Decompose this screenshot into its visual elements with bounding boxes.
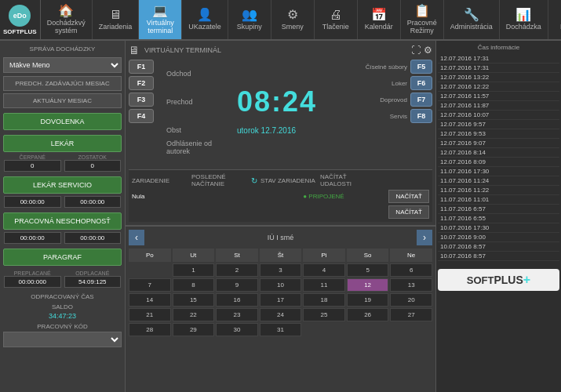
nav-icon-virtualny: 💻 bbox=[152, 4, 168, 18]
list-item[interactable]: 12.07.2016 9:07 bbox=[438, 139, 559, 148]
vt-settings-icon[interactable]: ⚙ bbox=[424, 45, 432, 56]
nav-item-tlacenie[interactable]: 🖨Tlačenie bbox=[315, 0, 358, 39]
list-item[interactable]: 12.07.2016 13:22 bbox=[438, 73, 559, 82]
name-select[interactable]: Mäkve Meno bbox=[3, 57, 122, 73]
list-item[interactable]: 10.07.2016 9:00 bbox=[438, 233, 559, 242]
lekar-btn[interactable]: LEKÁR bbox=[3, 135, 122, 152]
nav-item-prava[interactable]: 🔑Práva bbox=[548, 0, 561, 39]
nav-item-lskazatele[interactable]: 👤UKazatele bbox=[182, 0, 228, 39]
nav-item-kalendar[interactable]: 📅Kalendár bbox=[358, 0, 401, 39]
nav-item-dochadzkovy[interactable]: 🏠Dochádzkvýsystém bbox=[41, 0, 93, 39]
calendar-day-cell[interactable]: 11 bbox=[303, 278, 345, 292]
f6-key[interactable]: F6 bbox=[410, 76, 432, 90]
list-item[interactable]: 11.07.2016 11:22 bbox=[438, 186, 559, 195]
calendar-day-cell[interactable]: 10 bbox=[260, 278, 302, 292]
pracovna-neschopnost-btn[interactable]: PRACOVNÁ NESCHOPNOSŤ bbox=[3, 212, 122, 230]
top-navigation: eDo SOFTPLUS 🏠Dochádzkvýsystém🖥Zariadeni… bbox=[0, 0, 561, 41]
pracovny-kod-select[interactable] bbox=[3, 332, 122, 347]
calendar-day-cell[interactable]: 17 bbox=[260, 293, 302, 307]
calendar-day-cell bbox=[129, 263, 171, 277]
nav-item-pracovne[interactable]: 📋PracovnéRežimy bbox=[401, 0, 444, 39]
list-item[interactable]: 10.07.2016 8:57 bbox=[438, 252, 559, 261]
calendar-day-cell[interactable]: 7 bbox=[129, 278, 171, 292]
calendar-day-cell[interactable]: 30 bbox=[216, 323, 258, 336]
calendar-day-cell[interactable]: 2 bbox=[216, 263, 258, 277]
calendar-day-cell[interactable]: 9 bbox=[216, 278, 258, 292]
paragraf-btn[interactable]: PARAGRAF bbox=[3, 249, 122, 266]
calendar-day-cell[interactable]: 5 bbox=[347, 263, 389, 277]
saldo-label: SALDO bbox=[3, 303, 122, 310]
nacitat-btn[interactable]: NAČÍTAŤ bbox=[388, 190, 429, 203]
list-item[interactable]: 12.07.2016 17:31 bbox=[438, 64, 559, 73]
vt-expand-icon[interactable]: ⛶ bbox=[411, 45, 421, 56]
current-month-btn[interactable]: AKTUÁLNY MESIAC bbox=[3, 93, 122, 108]
list-item[interactable]: 12.07.2016 10:07 bbox=[438, 111, 559, 120]
calendar-day-cell[interactable]: 14 bbox=[129, 293, 171, 307]
list-item[interactable]: 12.07.2016 11:87 bbox=[438, 101, 559, 111]
loker-label: Loker bbox=[360, 80, 407, 87]
f3-key[interactable]: F3 bbox=[129, 93, 154, 107]
nav-item-zariadenia[interactable]: 🖥Zariadenia bbox=[93, 0, 140, 39]
list-item[interactable]: 11.07.2016 6:57 bbox=[438, 205, 559, 214]
f1-key[interactable]: F1 bbox=[129, 60, 154, 74]
calendar-day-cell bbox=[303, 323, 345, 336]
list-item[interactable]: 12.07.2016 9:57 bbox=[438, 120, 559, 129]
nav-item-smeny[interactable]: ⚙Smeny bbox=[271, 0, 315, 39]
nacitat-btn-2[interactable]: NAČÍTAŤ bbox=[388, 205, 429, 219]
calendar-day-cell[interactable]: 4 bbox=[303, 263, 345, 277]
list-item[interactable]: 12.07.2016 8:14 bbox=[438, 148, 559, 158]
list-item[interactable]: 11.07.2016 17:30 bbox=[438, 167, 559, 176]
list-item[interactable]: 10.07.2016 17:30 bbox=[438, 223, 559, 233]
refresh-icon[interactable]: ↻ bbox=[251, 176, 256, 185]
calendar-day-cell[interactable]: 23 bbox=[216, 308, 258, 321]
calendar-day-cell[interactable]: 18 bbox=[303, 293, 345, 307]
list-item[interactable]: 12.07.2016 17:31 bbox=[438, 54, 559, 64]
calendar-prev-btn[interactable]: ‹ bbox=[129, 230, 144, 245]
calendar-day-cell[interactable]: 24 bbox=[260, 308, 302, 321]
left-panel-title: SPRÁVA DOCHÁDZKY bbox=[3, 44, 122, 54]
calendar-day-cell[interactable]: 8 bbox=[173, 278, 215, 292]
list-item[interactable]: 12.07.2016 11:57 bbox=[438, 92, 559, 101]
calendar-next-btn[interactable]: › bbox=[417, 230, 432, 245]
cpravane-val-1: 0 bbox=[4, 160, 61, 172]
nav-item-administracia[interactable]: 🔧Administrácia bbox=[444, 0, 500, 39]
calendar-day-cell[interactable]: 27 bbox=[390, 308, 432, 321]
cpravane-label-1: ČERPANÉ bbox=[3, 154, 62, 160]
calendar-day-cell[interactable]: 31 bbox=[260, 323, 302, 336]
f5-key[interactable]: F5 bbox=[410, 60, 432, 74]
list-item[interactable]: 10.07.2016 8:57 bbox=[438, 242, 559, 252]
calendar-day-cell[interactable]: 1 bbox=[173, 263, 215, 277]
calendar-day-cell[interactable]: 19 bbox=[347, 293, 389, 307]
nav-label-skupiny: Skupiny bbox=[237, 24, 262, 31]
calendar-day-cell[interactable]: 12 bbox=[347, 278, 389, 292]
saldo-val: 34:47:23 bbox=[3, 312, 122, 320]
calendar-day-cell[interactable]: 22 bbox=[173, 308, 215, 321]
calendar-day-cell[interactable]: 28 bbox=[129, 323, 171, 336]
calendar-day-cell[interactable]: 29 bbox=[173, 323, 215, 336]
calendar-day-cell[interactable]: 6 bbox=[390, 263, 432, 277]
calendar-day-cell[interactable]: 3 bbox=[260, 263, 302, 277]
lekar-servicio-btn[interactable]: LEKÁR SERVICIO bbox=[3, 176, 122, 194]
calendar-day-cell[interactable]: 25 bbox=[303, 308, 345, 321]
f8-key[interactable]: F8 bbox=[410, 109, 432, 123]
calendar-day-cell[interactable]: 26 bbox=[347, 308, 389, 321]
nav-item-dochadzka[interactable]: 📊Dochádzka bbox=[500, 0, 548, 39]
list-item[interactable]: 12.07.2016 9:53 bbox=[438, 129, 559, 139]
list-item[interactable]: 12.07.2016 8:09 bbox=[438, 158, 559, 167]
f7-key[interactable]: F7 bbox=[410, 93, 432, 107]
calendar-day-cell[interactable]: 21 bbox=[129, 308, 171, 321]
dovolenka-btn[interactable]: DOVOLENKA bbox=[3, 113, 122, 130]
calendar-day-cell[interactable]: 15 bbox=[173, 293, 215, 307]
calendar-day-cell[interactable]: 20 bbox=[390, 293, 432, 307]
nav-item-virtualny[interactable]: 💻Virtuálnyterminal bbox=[139, 0, 182, 39]
list-item[interactable]: 11.07.2016 6:55 bbox=[438, 214, 559, 223]
calendar-day-cell[interactable]: 16 bbox=[216, 293, 258, 307]
nav-item-skupiny[interactable]: 👥Skupiny bbox=[228, 0, 271, 39]
f4-key[interactable]: F4 bbox=[129, 109, 154, 123]
calendar-day-cell[interactable]: 13 bbox=[390, 278, 432, 292]
prev-month-btn[interactable]: PREDCH. ZADÁVAJÚCI MESIAC bbox=[3, 76, 122, 91]
list-item[interactable]: 11.07.2016 11:24 bbox=[438, 176, 559, 186]
f2-key[interactable]: F2 bbox=[129, 76, 154, 90]
list-item[interactable]: 11.07.2016 11:01 bbox=[438, 195, 559, 205]
list-item[interactable]: 12.07.2016 12:22 bbox=[438, 82, 559, 92]
